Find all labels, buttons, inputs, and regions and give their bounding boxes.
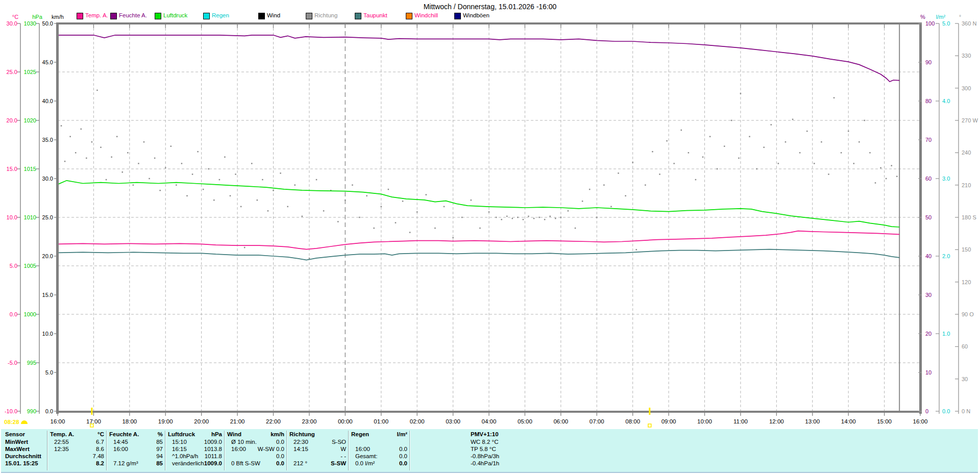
table-value: 1009.0 — [161, 460, 222, 466]
table-value: 0.0 — [346, 460, 407, 466]
richtung-dot — [203, 189, 204, 190]
axis-tick-label: ° — [959, 14, 961, 20]
richtung-dot — [176, 184, 177, 186]
richtung-dot — [568, 210, 569, 212]
table-value: 94 — [102, 453, 163, 459]
axis-tick-label: 0 N — [962, 408, 970, 414]
table-value: 0.0 — [346, 453, 407, 459]
table-col-unit: % — [102, 431, 163, 437]
table-value: 6.7 — [43, 439, 104, 445]
richtung-dot — [785, 141, 787, 143]
richtung-dot — [61, 125, 62, 127]
axis-tick-label: 50.0 — [42, 20, 53, 27]
axis-tick-label: 03:00 — [446, 418, 460, 424]
richtung-dot — [461, 217, 463, 218]
richtung-dot — [512, 218, 513, 219]
richtung-dot — [496, 217, 497, 218]
axis-tick-label: 60 — [925, 176, 932, 182]
axis-tick-label: hPa — [32, 14, 42, 20]
axis-tick-label: 18:00 — [122, 418, 137, 424]
richtung-dot — [69, 136, 71, 137]
axis-tick-label: 1010 — [24, 214, 36, 220]
sun-tick — [649, 408, 650, 415]
axis-tick-label: % — [920, 14, 925, 20]
richtung-dot — [880, 167, 881, 169]
richtung-dot — [316, 179, 317, 181]
sun-icon — [21, 420, 28, 424]
axis-tick-label: 01:00 — [374, 418, 388, 424]
table-value: 1011.8 — [161, 453, 222, 459]
richtung-dot — [181, 163, 183, 164]
richtung-dot — [75, 152, 77, 154]
table-value: W-SW 0.0 — [223, 446, 284, 452]
richtung-dot — [138, 163, 139, 164]
richtung-dot — [267, 210, 269, 212]
axis-tick-label: 990 — [27, 408, 36, 414]
axis-tick-label: 15.0 — [7, 166, 17, 172]
axis-tick-label: 1.0 — [942, 331, 950, 337]
table-col-header: Richtung — [289, 431, 315, 437]
table-value: 1013.8 — [161, 446, 222, 452]
pmv-line: TP 5.8 °C — [471, 446, 496, 452]
richtung-dot — [841, 152, 842, 154]
axis-tick-label: 35.0 — [42, 137, 53, 143]
axis-tick-label: 0.0 — [45, 408, 53, 414]
richtung-dot — [381, 206, 382, 208]
richtung-dot — [695, 179, 697, 181]
richtung-dot — [452, 237, 454, 239]
axis-tick-label: 25.0 — [42, 214, 53, 220]
table-value: 7.48 — [43, 453, 104, 459]
pmv-line: -0.4hPa/1h — [471, 460, 499, 466]
richtung-dot — [219, 179, 220, 181]
richtung-dot — [864, 120, 866, 121]
richtung-dot — [589, 189, 591, 190]
sunrise-time: 08:28 — [4, 419, 19, 425]
weather-chart-app: Mittwoch / Donnerstag, 15.01.2026 -16:00… — [0, 0, 980, 475]
richtung-dot — [133, 184, 134, 186]
richtung-dot — [821, 141, 822, 143]
axis-tick-label: 70 — [925, 137, 932, 143]
richtung-dot — [186, 195, 188, 197]
richtung-dot — [395, 222, 397, 223]
sun-square-marker — [648, 424, 651, 427]
richtung-dot — [280, 172, 281, 174]
axis-tick-label: 10.0 — [7, 214, 17, 220]
axis-tick-label: 14:00 — [841, 418, 856, 424]
axis-tick-label: 1025 — [24, 69, 36, 75]
axis-tick-label: 10.0 — [42, 331, 53, 337]
axis-tick-label: 1015 — [24, 166, 36, 172]
table-value: 0.0 — [223, 460, 284, 466]
richtung-dot — [352, 184, 353, 186]
richtung-dot — [127, 152, 129, 154]
axis-tick-label: 10 — [925, 369, 932, 376]
richtung-dot — [806, 131, 808, 132]
richtung-dot — [869, 152, 871, 154]
axis-tick-label: 25.0 — [7, 69, 17, 75]
richtung-dot — [688, 152, 690, 154]
axis-tick-label: 1020 — [24, 117, 36, 123]
richtung-dot — [680, 130, 682, 131]
axis-tick-label: 5.0 — [10, 263, 17, 269]
richtung-dot — [251, 163, 253, 164]
table-row-label: MaxWert — [5, 446, 30, 452]
richtung-dot — [666, 140, 668, 142]
axis-tick-label: -5.0 — [8, 360, 17, 366]
richtung-dot — [538, 217, 540, 218]
axis-tick-label: 09:00 — [662, 418, 676, 424]
chart-canvas: 16:0017:0018:0019:0020:0021:0022:0023:00… — [0, 0, 980, 475]
plot-border-right — [919, 22, 922, 414]
richtung-dot — [618, 172, 619, 174]
axis-tick-label: 20.0 — [42, 253, 53, 259]
axis-tick-label: -10.0 — [5, 408, 17, 414]
richtung-dot — [702, 157, 704, 158]
feuchte-a--line — [58, 35, 899, 82]
richtung-dot — [488, 211, 490, 213]
axis-tick-label: 300 — [962, 85, 971, 91]
richtung-dot — [853, 163, 854, 164]
axis-tick-label: 10:00 — [697, 418, 712, 424]
axis-tick-label: 04:00 — [482, 418, 497, 424]
richtung-dot — [544, 219, 546, 220]
axis-tick-label: 1005 — [24, 263, 36, 269]
axis-tick-label: 15.0 — [42, 292, 53, 298]
table-value: W — [285, 446, 346, 452]
